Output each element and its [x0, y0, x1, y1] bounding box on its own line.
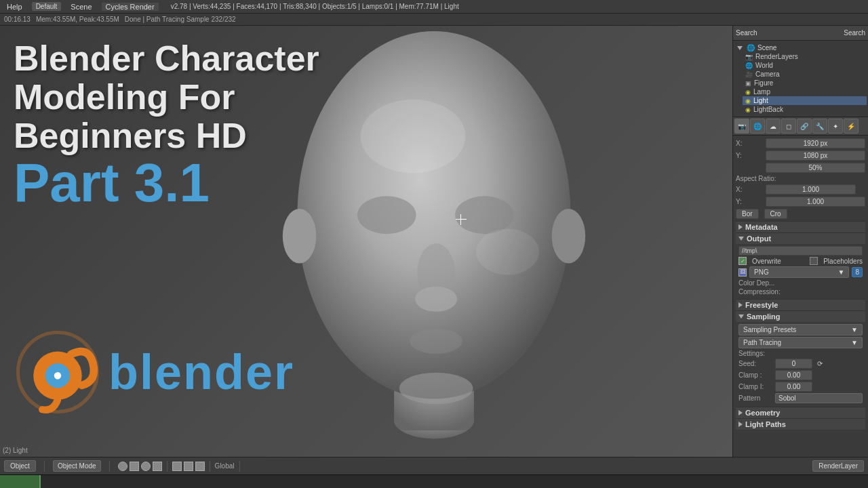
overwrite-row: ✓ Overwrite Placeholders: [738, 257, 863, 265]
resolution-y-value[interactable]: 1080 px: [766, 150, 865, 161]
pattern-row: Pattern Sobol: [738, 393, 863, 403]
path-tracing-dropdown[interactable]: Path Tracing ▼: [738, 337, 863, 348]
menu-item-help[interactable]: Help: [3, 3, 26, 11]
output-path-value[interactable]: //tmp\: [738, 246, 863, 256]
format-dropdown[interactable]: PNG ▼: [749, 266, 849, 278]
title-overlay: Blender Character Modeling For Beginners…: [14, 39, 319, 210]
bottom-bar: Object Object Mode Global RenderLayer: [0, 457, 868, 474]
rotate-icon[interactable]: [141, 462, 151, 471]
y-label: Y:: [736, 152, 763, 159]
aspect-y-row: Y: 1.000: [736, 197, 865, 207]
freestyle-section-header[interactable]: Freestyle: [736, 299, 865, 310]
tree-item-world[interactable]: 🌐 World: [743, 61, 867, 70]
object-props-tab[interactable]: ◻: [781, 119, 796, 134]
aspect-y-value[interactable]: 1.000: [766, 197, 865, 207]
context-button[interactable]: Object: [4, 460, 36, 472]
border-row: Bor Cro: [736, 209, 865, 219]
scene-tree-root[interactable]: 🌐 Scene: [734, 43, 867, 52]
scene-tree: 🌐 Scene 📷 RenderLayers 🌐 World 🎥 Camera …: [733, 41, 868, 117]
color-depth-value[interactable]: 8: [852, 267, 863, 277]
separator3: [167, 461, 167, 472]
separator2: [109, 461, 110, 472]
settings-label-row: Settings:: [738, 350, 863, 357]
aspect-label-row: Aspect Ratio:: [736, 175, 865, 182]
title-line3: Beginners HD: [14, 117, 319, 155]
tree-item-figure[interactable]: ▣ Figure: [743, 79, 867, 87]
crop-btn[interactable]: Cro: [764, 209, 787, 219]
modifier-tab[interactable]: 🔧: [812, 119, 827, 134]
sampling-presets-dropdown[interactable]: Sampling Presets ▼: [738, 324, 863, 336]
object-origin-icon[interactable]: [118, 462, 127, 471]
settings-label: Settings:: [738, 350, 765, 357]
scene-props-tab[interactable]: 🌐: [750, 119, 765, 134]
camera-icon: 📷: [745, 54, 753, 60]
render-properties: X: 1920 px Y: 1080 px 50% Aspect Ratio: …: [733, 136, 868, 432]
aspect-x-value[interactable]: 1.000: [766, 184, 856, 195]
overwrite-checkbox[interactable]: ✓: [738, 257, 747, 265]
transform-orientation[interactable]: Global: [215, 462, 235, 470]
geometry-section-header[interactable]: Geometry: [736, 407, 865, 418]
tree-item-camera[interactable]: 🎥 Camera: [743, 70, 867, 79]
viewport[interactable]: Blender Character Modeling For Beginners…: [0, 26, 732, 457]
output-section-header[interactable]: Output: [736, 232, 865, 244]
lamp-label: Lamp: [753, 88, 770, 96]
timing-display: 00:16.13: [4, 16, 31, 23]
tree-item-lightback[interactable]: ◉ LightBack: [743, 105, 867, 114]
light-paths-section-header[interactable]: Light Paths: [736, 418, 865, 430]
sampling-label: Sampling: [747, 312, 781, 321]
tree-item-lamp[interactable]: ◉ Lamp: [743, 87, 867, 96]
camera-icon2: 🎥: [745, 71, 753, 78]
border-btn[interactable]: Bor: [736, 209, 759, 219]
render-props-tab[interactable]: 📷: [734, 119, 749, 134]
title-line2: Modeling For: [14, 78, 319, 117]
placeholder-checkbox[interactable]: [810, 257, 818, 265]
edit-icon[interactable]: [195, 462, 205, 471]
renderlayers-label: RenderLayers: [755, 53, 798, 60]
figure-icon: ▣: [745, 80, 751, 87]
scale-icon[interactable]: [153, 462, 162, 471]
viewport-status: (2) Light: [3, 447, 28, 454]
transform-icon[interactable]: [130, 462, 139, 471]
seed-value[interactable]: 0: [775, 359, 812, 369]
timeline-track[interactable]: [41, 475, 868, 488]
seed-random-icon[interactable]: ⟳: [817, 360, 823, 367]
separator1: [44, 461, 45, 472]
select-icon[interactable]: [172, 462, 182, 471]
constraints-tab[interactable]: 🔗: [797, 119, 812, 134]
separator5: [239, 461, 240, 472]
x-label: X:: [736, 140, 763, 147]
sampling-section-header[interactable]: Sampling: [736, 310, 865, 322]
timeline-progress: [0, 475, 41, 488]
resolution-pct-value[interactable]: 50%: [766, 163, 865, 173]
grab-icon[interactable]: [184, 462, 193, 471]
timeline-bar: [0, 474, 868, 488]
metadata-collapse-icon: [738, 224, 743, 230]
world-props-tab[interactable]: ☁: [766, 119, 781, 134]
color-depth-row: Color Dep...: [738, 279, 863, 287]
clamp1-value[interactable]: 0.00: [775, 370, 812, 380]
output-path-row: //tmp\: [738, 246, 863, 256]
resolution-x-value[interactable]: 1920 px: [766, 138, 865, 148]
clamp2-value[interactable]: 0.00: [775, 382, 812, 392]
format-row: 🖼 PNG ▼ 8: [738, 266, 863, 278]
svg-point-12: [415, 287, 457, 312]
pattern-dropdown[interactable]: Sobol: [775, 393, 863, 403]
renderlayer-button[interactable]: RenderLayer: [812, 460, 864, 472]
metadata-section-header[interactable]: Metadata: [736, 221, 865, 232]
output-section-content: //tmp\ ✓ Overwrite Placeholders 🖼 PNG ▼ …: [736, 244, 865, 299]
scene-label[interactable]: Scene: [66, 3, 96, 11]
resolution-y-row: Y: 1080 px: [736, 150, 865, 161]
clamp1-label: Clamp :: [738, 371, 772, 379]
bottom-toolbar-icons: Global: [118, 461, 243, 472]
render-engine-label[interactable]: Cycles Render: [102, 3, 159, 11]
mode-select[interactable]: Object Mode: [53, 460, 101, 472]
tree-item-light[interactable]: ◉ Light: [743, 96, 867, 105]
title-part: Part 3.1: [14, 156, 319, 210]
svg-point-15: [361, 100, 466, 174]
physics-tab[interactable]: ⚡: [844, 119, 859, 134]
particle-tab[interactable]: ✦: [828, 119, 843, 134]
camera-label: Camera: [755, 70, 780, 78]
color-depth-label: Color Dep...: [738, 279, 774, 287]
tree-item-renderlayers[interactable]: 📷 RenderLayers: [743, 52, 867, 61]
crosshair-cursor: [456, 214, 467, 225]
